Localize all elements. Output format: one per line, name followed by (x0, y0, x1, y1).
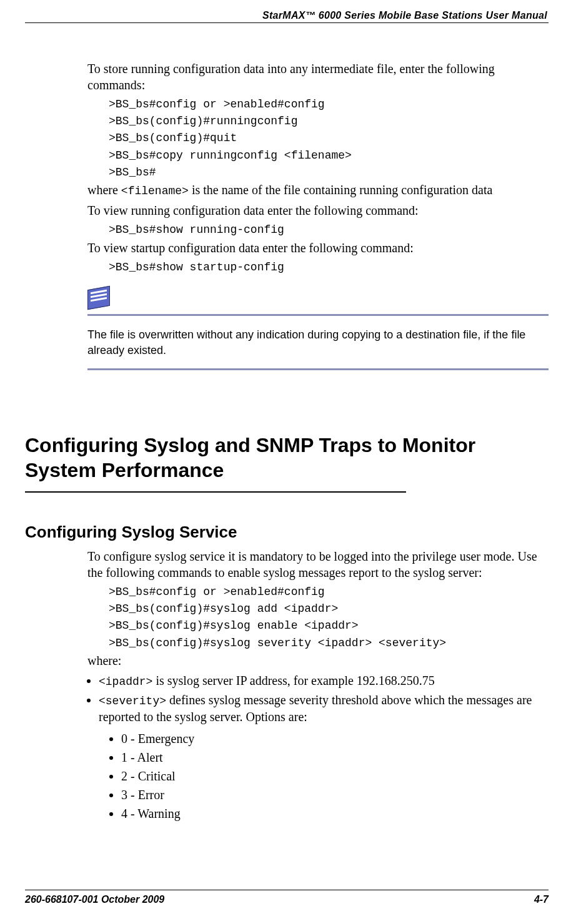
list-item: 4 - Warning (121, 804, 549, 823)
note-text: The file is overwritten without any indi… (87, 327, 549, 358)
where-label: where: (87, 652, 549, 669)
footer-page-number: 4-7 (534, 894, 549, 905)
command-line: >BS_bs#config or >enabled#config (109, 584, 549, 600)
intro-paragraph-2: To view running configuration data enter… (87, 202, 549, 219)
footer-rule (25, 890, 549, 890)
command-line: >BS_bs(config)#syslog add <ipaddr> (109, 601, 549, 617)
command-line: >BS_bs#config or >enabled#config (109, 97, 549, 112)
note-callout: The file is overwritten without any indi… (87, 288, 549, 370)
list-item: 3 - Error (121, 785, 549, 804)
command-line: >BS_bs(config)#quit (109, 130, 549, 146)
list-text: is syslog server IP address, for example… (152, 674, 434, 687)
list-item: <ipaddr> is syslog server IP address, fo… (99, 672, 549, 689)
list-item: <severity> defines syslog message severi… (99, 692, 549, 823)
command-line: >BS_bs(config)#runningconfig (109, 114, 549, 129)
command-line: >BS_bs(config)#syslog severity <ipaddr> … (109, 636, 549, 651)
where-list: <ipaddr> is syslog server IP address, fo… (87, 672, 549, 823)
command-line: >BS_bs#show running-config (109, 222, 549, 238)
command-line: >BS_bs#show startup-config (109, 260, 549, 275)
code-ipaddr: <ipaddr> (99, 676, 152, 688)
where-code: <filename> (121, 185, 189, 197)
page-footer: 260-668107-001 October 2009 4-7 (25, 890, 549, 905)
command-line: >BS_bs#copy runningconfig <filename> (109, 148, 549, 164)
where-prefix: where (87, 183, 121, 197)
list-item: 2 - Critical (121, 767, 549, 785)
command-line: >BS_bs# (109, 165, 549, 180)
subsection-heading: Configuring Syslog Service (25, 523, 549, 542)
footer-docid: 260-668107-001 October 2009 (25, 894, 164, 905)
header-rule (25, 22, 549, 23)
list-item: 1 - Alert (121, 748, 549, 767)
note-bottom-rule (87, 368, 549, 370)
intro-paragraph-1: To store running configuration data into… (87, 61, 549, 93)
note-icon (87, 286, 110, 310)
section-heading: Configuring Syslog and SNMP Traps to Mon… (25, 433, 549, 483)
command-line: >BS_bs(config)#syslog enable <ipaddr> (109, 618, 549, 634)
section-underline (25, 491, 406, 493)
where-line: where <filename> is the name of the file… (87, 182, 549, 199)
note-top-rule (87, 314, 549, 316)
list-item: 0 - Emergency (121, 729, 549, 748)
intro-paragraph-3: To view startup configuration data enter… (87, 240, 549, 256)
code-severity: <severity> (99, 695, 166, 707)
running-header: StarMAX™ 6000 Series Mobile Base Station… (25, 10, 549, 21)
severity-list: 0 - Emergency 1 - Alert 2 - Critical 3 -… (110, 729, 549, 823)
syslog-intro: To configure syslog service it is mandat… (87, 548, 549, 581)
where-suffix: is the name of the file containing runni… (189, 183, 493, 197)
